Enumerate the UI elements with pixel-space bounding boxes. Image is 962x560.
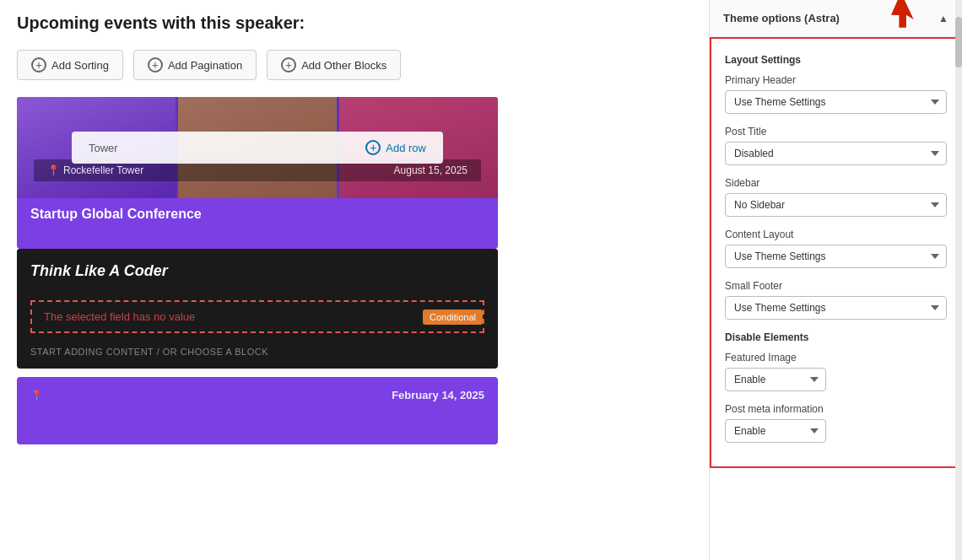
post-title-label: Post Title	[725, 126, 947, 137]
content-layout-select[interactable]: Use Theme Settings Normal Narrow Full Wi…	[725, 245, 947, 268]
scrollbar-thumb[interactable]	[955, 17, 962, 67]
right-sidebar: Theme options (Astra) ▲ Layout Settings …	[709, 0, 962, 560]
location-pin-icon: 📍	[47, 164, 60, 176]
disable-elements-label: Disable Elements	[725, 331, 947, 343]
page-title: Upcoming events with this speaker:	[17, 13, 692, 33]
post-title-select[interactable]: Use Theme Settings Disabled Enabled	[725, 142, 947, 165]
event-card-3-meta: 📍 February 14, 2025	[30, 389, 484, 401]
plus-circle-icon-3: +	[281, 57, 296, 73]
event-dark-title: Think Like A Coder	[30, 262, 484, 280]
post-meta-field: Post meta information Enable Disable	[725, 403, 947, 443]
tower-label: Tower	[89, 142, 118, 154]
featured-image-label: Featured Image	[725, 352, 947, 363]
event-choose-block: START ADDING CONTENT / OR CHOOSE A BLOCK	[17, 340, 498, 369]
add-other-blocks-button[interactable]: + Add Other Blocks	[267, 50, 401, 80]
post-meta-select[interactable]: Enable Disable	[725, 419, 826, 443]
event-purple-bg: 📍 Rockefeller Tower August 15, 2025 Towe…	[17, 97, 498, 198]
small-footer-select[interactable]: Use Theme Settings Enabled Disabled	[725, 296, 947, 320]
primary-header-select[interactable]: Use Theme Settings Enabled Disabled	[725, 90, 947, 114]
event-location: 📍 Rockefeller Tower	[47, 164, 143, 176]
add-row-plus-icon: +	[365, 140, 381, 155]
plus-circle-icon-2: +	[148, 57, 163, 73]
event-title-1: Startup Global Conference	[30, 207, 484, 222]
theme-options-panel: Layout Settings Primary Header Use Theme…	[710, 37, 962, 468]
plus-circle-icon: +	[31, 57, 46, 73]
sidebar-header-title: Theme options (Astra)	[723, 12, 840, 24]
event-date-1: August 15, 2025	[394, 164, 467, 176]
conditional-badge: Conditional	[423, 310, 483, 325]
main-content: Upcoming events with this speaker: + Add…	[0, 0, 709, 560]
post-title-field: Post Title Use Theme Settings Disabled E…	[725, 126, 947, 165]
event-card-3: 📍 February 14, 2025	[17, 377, 498, 444]
post-meta-label: Post meta information	[725, 403, 947, 415]
location-pin-icon-3: 📍	[30, 390, 43, 401]
featured-image-select[interactable]: Enable Disable	[725, 368, 826, 391]
add-row-overlay: Tower + Add row	[72, 132, 443, 164]
event-card-3-location: 📍	[30, 390, 43, 401]
layout-settings-label: Layout Settings	[725, 54, 947, 66]
event-card-1: 📍 Rockefeller Tower August 15, 2025 Towe…	[17, 97, 498, 249]
add-sorting-button[interactable]: + Add Sorting	[17, 50, 123, 80]
content-layout-label: Content Layout	[725, 229, 947, 240]
small-footer-field: Small Footer Use Theme Settings Enabled …	[725, 280, 947, 320]
small-footer-label: Small Footer	[725, 280, 947, 292]
event-card-2: Think Like A Coder The selected field ha…	[17, 249, 498, 369]
primary-header-label: Primary Header	[725, 74, 947, 86]
featured-image-field: Featured Image Enable Disable	[725, 352, 947, 391]
add-sorting-label: Add Sorting	[51, 59, 109, 72]
red-arrow-indicator	[886, 0, 928, 36]
sidebar-field: Sidebar Use Theme Settings No Sidebar Le…	[725, 177, 947, 217]
event-dark-header: Think Like A Coder	[17, 249, 498, 293]
add-other-blocks-label: Add Other Blocks	[301, 59, 386, 72]
add-row-button[interactable]: + Add row	[365, 140, 426, 155]
add-pagination-label: Add Pagination	[168, 59, 242, 72]
event-title-bar: Startup Global Conference	[17, 198, 498, 230]
event-card-3-date: February 14, 2025	[392, 389, 484, 401]
content-layout-field: Content Layout Use Theme Settings Normal…	[725, 229, 947, 268]
sidebar-field-label: Sidebar	[725, 177, 947, 189]
sidebar-select[interactable]: Use Theme Settings No Sidebar Left Sideb…	[725, 193, 947, 217]
collapse-icon[interactable]: ▲	[938, 13, 948, 24]
event-card-3-inner: 📍 February 14, 2025	[17, 377, 498, 413]
event-field-empty: The selected field has no value Conditio…	[30, 300, 484, 333]
primary-header-field: Primary Header Use Theme Settings Enable…	[725, 74, 947, 114]
add-pagination-button[interactable]: + Add Pagination	[133, 50, 257, 80]
action-buttons-row: + Add Sorting + Add Pagination + Add Oth…	[17, 50, 692, 80]
sidebar-arrow-area: Theme options (Astra) ▲	[710, 0, 962, 37]
scrollbar-track	[955, 0, 962, 560]
